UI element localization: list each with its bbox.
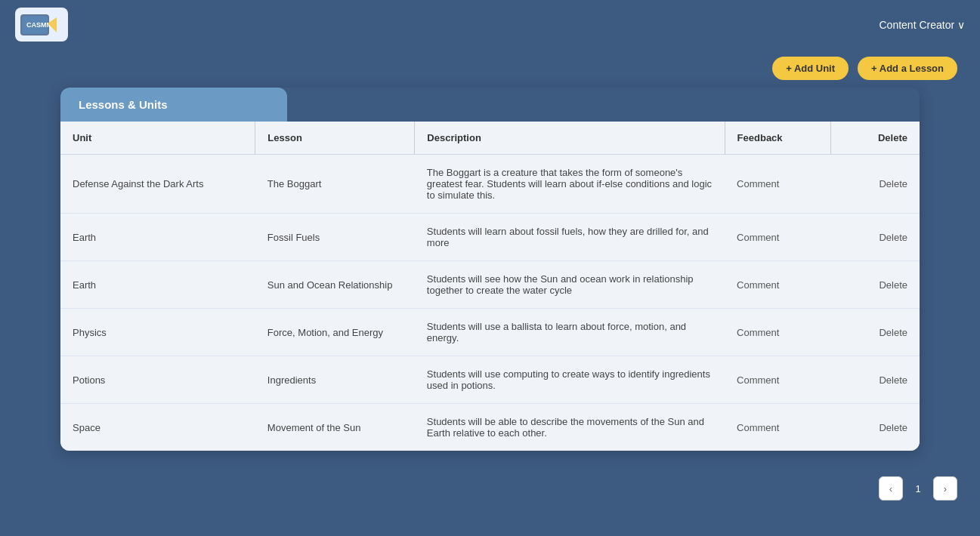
cell-delete-2[interactable]: Delete	[831, 261, 920, 309]
cell-delete-3[interactable]: Delete	[831, 309, 920, 356]
table-row: Physics Force, Motion, and Energy Studen…	[60, 309, 920, 356]
cell-lesson-5: Movement of the Sun	[255, 404, 415, 451]
cell-description-2: Students will see how the Sun and ocean …	[415, 261, 725, 309]
cell-delete-5[interactable]: Delete	[831, 404, 920, 451]
cell-feedback-2[interactable]: Comment	[725, 261, 831, 309]
cell-unit-0: Defense Against the Dark Arts	[60, 155, 255, 214]
header: CASMM Content Creator ∨	[0, 0, 980, 49]
cell-description-3: Students will use a ballista to learn ab…	[415, 309, 725, 356]
table-header-row: Unit Lesson Description Feedback Delete	[60, 122, 920, 155]
cell-feedback-5[interactable]: Comment	[725, 404, 831, 451]
cell-feedback-3[interactable]: Comment	[725, 309, 831, 356]
cell-feedback-1[interactable]: Comment	[725, 214, 831, 261]
col-header-description: Description	[415, 122, 725, 155]
main-content: Lessons & Units Unit Lesson Description …	[60, 88, 920, 451]
lessons-table: Unit Lesson Description Feedback Delete …	[60, 122, 920, 451]
logo: CASMM	[15, 8, 68, 42]
table-row: Defense Against the Dark Arts The Boggar…	[60, 155, 920, 214]
add-unit-button[interactable]: + Add Unit	[772, 57, 849, 80]
cell-description-0: The Boggart is a creature that takes the…	[415, 155, 725, 214]
cell-description-1: Students will learn about fossil fuels, …	[415, 214, 725, 261]
cell-lesson-3: Force, Motion, and Energy	[255, 309, 415, 356]
cell-unit-1: Earth	[60, 214, 255, 261]
table-row: Potions Ingredients Students will use co…	[60, 356, 920, 404]
cell-lesson-0: The Boggart	[255, 155, 415, 214]
cell-delete-0[interactable]: Delete	[831, 155, 920, 214]
table-row: Space Movement of the Sun Students will …	[60, 404, 920, 451]
col-header-delete: Delete	[831, 122, 920, 155]
cell-description-5: Students will be able to describe the mo…	[415, 404, 725, 451]
col-header-lesson: Lesson	[255, 122, 415, 155]
cell-description-4: Students will use computing to create wa…	[415, 356, 725, 404]
table-row: Earth Sun and Ocean Relationship Student…	[60, 261, 920, 309]
col-header-unit: Unit	[60, 122, 255, 155]
add-lesson-button[interactable]: + Add a Lesson	[858, 57, 957, 80]
cell-lesson-4: Ingredients	[255, 356, 415, 404]
cell-feedback-0[interactable]: Comment	[725, 155, 831, 214]
cell-unit-2: Earth	[60, 261, 255, 309]
actions-row: + Add Unit + Add a Lesson	[0, 49, 980, 88]
svg-text:CASMM: CASMM	[26, 21, 52, 29]
current-page-button[interactable]: 1	[906, 476, 930, 501]
cell-lesson-1: Fossil Fuels	[255, 214, 415, 261]
next-page-button[interactable]: ›	[933, 476, 957, 501]
table-container: Unit Lesson Description Feedback Delete …	[60, 122, 920, 451]
cell-unit-5: Space	[60, 404, 255, 451]
cell-unit-4: Potions	[60, 356, 255, 404]
prev-page-button[interactable]: ‹	[879, 476, 903, 501]
tab-title: Lessons & Units	[60, 88, 287, 122]
cell-lesson-2: Sun and Ocean Relationship	[255, 261, 415, 309]
cell-unit-3: Physics	[60, 309, 255, 356]
pagination: ‹ 1 ›	[0, 466, 980, 511]
cell-feedback-4[interactable]: Comment	[725, 356, 831, 404]
cell-delete-4[interactable]: Delete	[831, 356, 920, 404]
cell-delete-1[interactable]: Delete	[831, 214, 920, 261]
user-menu[interactable]: Content Creator ∨	[880, 19, 966, 31]
table-row: Earth Fossil Fuels Students will learn a…	[60, 214, 920, 261]
col-header-feedback: Feedback	[725, 122, 831, 155]
